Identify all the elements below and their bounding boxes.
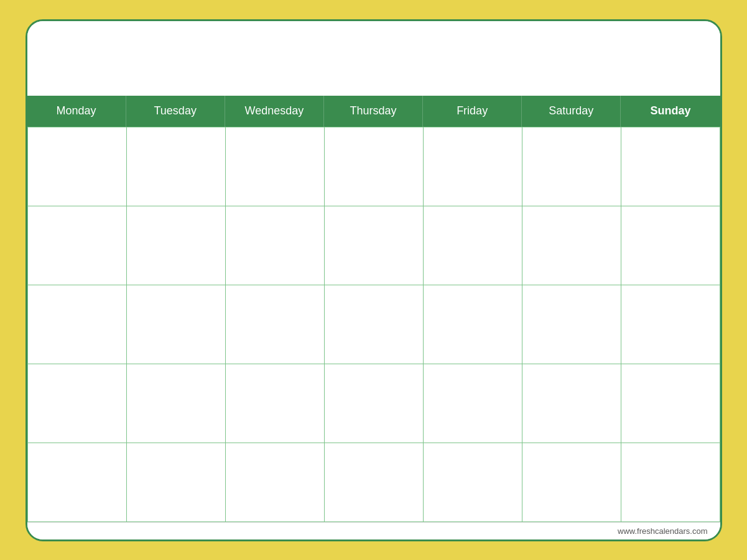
day-tuesday: Tuesday xyxy=(126,96,225,127)
cell-r5c6[interactable] xyxy=(522,443,621,522)
cell-r4c3[interactable] xyxy=(226,364,325,443)
cell-r5c4[interactable] xyxy=(325,443,424,522)
cell-r2c6[interactable] xyxy=(522,206,621,285)
cell-r4c6[interactable] xyxy=(522,364,621,443)
cell-r1c6[interactable] xyxy=(522,127,621,206)
cell-r2c7[interactable] xyxy=(621,206,720,285)
cell-r5c7[interactable] xyxy=(621,443,720,522)
cell-r4c7[interactable] xyxy=(621,364,720,443)
title-area xyxy=(27,21,720,96)
cell-r2c1[interactable] xyxy=(28,206,127,285)
cell-r2c4[interactable] xyxy=(325,206,424,285)
cell-r3c6[interactable] xyxy=(522,285,621,364)
cell-r5c1[interactable] xyxy=(28,443,127,522)
day-wednesday: Wednesday xyxy=(225,96,324,127)
cell-r5c5[interactable] xyxy=(424,443,522,522)
cell-r5c3[interactable] xyxy=(226,443,325,522)
cell-r5c2[interactable] xyxy=(127,443,226,522)
day-thursday: Thursday xyxy=(324,96,423,127)
cell-r4c4[interactable] xyxy=(325,364,424,443)
day-saturday: Saturday xyxy=(522,96,621,127)
cell-r1c5[interactable] xyxy=(424,127,522,206)
cell-r3c5[interactable] xyxy=(424,285,522,364)
day-monday: Monday xyxy=(27,96,126,127)
cell-r2c3[interactable] xyxy=(226,206,325,285)
calendar-container: Monday Tuesday Wednesday Thursday Friday… xyxy=(26,19,722,541)
day-friday: Friday xyxy=(423,96,522,127)
cell-r4c5[interactable] xyxy=(424,364,522,443)
calendar-grid xyxy=(27,127,720,522)
cell-r2c5[interactable] xyxy=(424,206,522,285)
cell-r1c4[interactable] xyxy=(325,127,424,206)
cell-r4c1[interactable] xyxy=(28,364,127,443)
cell-r2c2[interactable] xyxy=(127,206,226,285)
cell-r3c2[interactable] xyxy=(127,285,226,364)
footer: www.freshcalendars.com xyxy=(27,522,720,539)
cell-r3c4[interactable] xyxy=(325,285,424,364)
cell-r3c7[interactable] xyxy=(621,285,720,364)
cell-r3c1[interactable] xyxy=(28,285,127,364)
cell-r1c2[interactable] xyxy=(127,127,226,206)
cell-r1c1[interactable] xyxy=(28,127,127,206)
cell-r1c7[interactable] xyxy=(621,127,720,206)
day-sunday: Sunday xyxy=(621,96,720,127)
footer-url: www.freshcalendars.com xyxy=(618,526,708,536)
cell-r3c3[interactable] xyxy=(226,285,325,364)
cell-r1c3[interactable] xyxy=(226,127,325,206)
day-header-row: Monday Tuesday Wednesday Thursday Friday… xyxy=(27,96,720,127)
cell-r4c2[interactable] xyxy=(127,364,226,443)
